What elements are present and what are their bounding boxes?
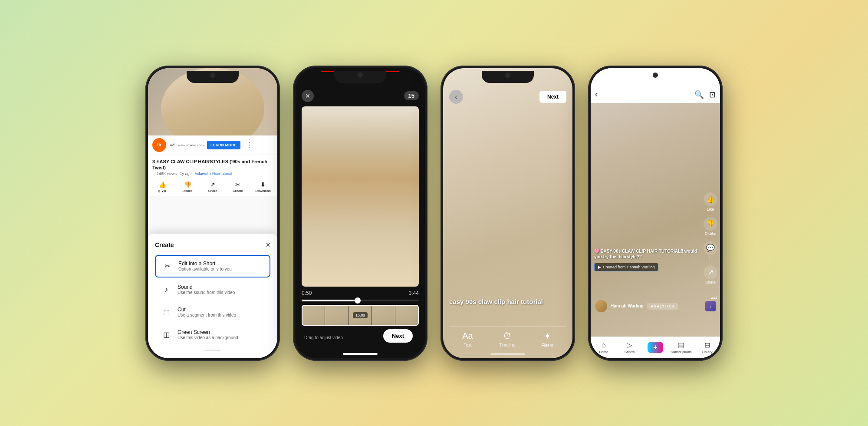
feed-back-arrow-icon[interactable]: ‹ (595, 90, 598, 99)
dislike-button[interactable]: 👎 Dislike (175, 181, 200, 193)
share-icon: ↗ (210, 181, 215, 188)
tiktok-feed: ‹ 🔍 ⊡ 👍 Like (591, 68, 720, 358)
feed-like-icon: 👍 (704, 192, 717, 206)
dislike-icon: 👎 (184, 181, 191, 188)
editor-close-button[interactable]: ✕ (302, 90, 314, 102)
modal-close-button[interactable]: × (266, 241, 270, 250)
tiktok-tool-filters[interactable]: ✦ Filters (542, 331, 553, 348)
yt-video-thumbnail (148, 68, 277, 135)
analytics-badge[interactable]: ANALYTICS (647, 303, 678, 310)
tiktok-back-button[interactable]: ‹ (449, 90, 463, 104)
yt-ad-bar: Ib Ad · www.stokke.com LEARN MORE ⋮ (148, 135, 277, 155)
timeline-tool-icon: ⏱ (503, 331, 512, 341)
feed-comment-action[interactable]: 💬 0 (704, 241, 717, 260)
text-tool-icon: Aa (462, 331, 473, 341)
phone1-screen: Ib Ad · www.stokke.com LEARN MORE ⋮ 3 EA… (148, 68, 277, 358)
sound-text: Sound Use the sound from this video (178, 284, 235, 295)
share-button[interactable]: ↗ Share (200, 181, 225, 193)
tiktok-tool-text[interactable]: Aa Text (462, 331, 473, 348)
greenscreen-title: Green Screen (178, 329, 238, 335)
feed-like-action[interactable]: 👍 Like (704, 192, 717, 211)
short-icon: ✂ (161, 260, 173, 272)
short-title: Edit into a Short (178, 261, 232, 267)
nav-shorts[interactable]: ▷ Shorts (617, 341, 643, 354)
camera-icon[interactable]: ⊡ (709, 90, 716, 99)
search-icon[interactable]: 🔍 (694, 90, 704, 99)
feed-comment-count: 0 (709, 256, 711, 260)
filmstrip-frame-5 (395, 305, 419, 326)
short-editor: ✕ 15 0:50 3:44 (296, 68, 425, 358)
yt-action-bar: 👍 3.7K 👎 Dislike ↗ Share ✂ Create ⬇ (148, 178, 277, 196)
video-hashtags[interactable]: #clawclip #hairtutorial (195, 172, 232, 176)
text-tool-label: Text (464, 343, 471, 347)
video-preview-image (302, 106, 419, 287)
video-title: 3 EASY CLAW CLIP HAIRSTYLES ('90s and Fr… (152, 159, 273, 171)
progress-thumb[interactable] (355, 297, 361, 304)
modal-drag-handle (205, 350, 220, 351)
editor-bottom-bar: Drag to adjust video Next (296, 329, 425, 351)
download-button[interactable]: ⬇ Download (250, 181, 276, 193)
nav-subscriptions[interactable]: ▤ Subscriptions (668, 341, 694, 354)
create-button[interactable]: ✂ Create (225, 181, 250, 193)
learn-more-button[interactable]: LEARN MORE (207, 141, 240, 149)
tiktok-tool-timeline[interactable]: ⏱ Timeline (499, 331, 515, 348)
filmstrip-frame-4 (372, 305, 395, 326)
like-count: 3.7K (158, 189, 166, 193)
create-menu-item-short[interactable]: ✂ Edit into a Short Option available onl… (155, 255, 270, 277)
library-nav-label: Library (702, 350, 712, 354)
play-icon: ▶ (598, 265, 601, 269)
subscriptions-nav-label: Subscriptions (671, 350, 692, 354)
tiktok-video-caption: easy 90s claw clip hair tutorial (449, 297, 543, 306)
short-subtitle: Option available only to you (178, 267, 232, 271)
shorts-nav-label: Shorts (625, 350, 635, 354)
phone3-screen: ‹ Next easy 90s claw clip hair tutorial … (443, 68, 572, 358)
feed-comment-icon: 💬 (704, 241, 717, 255)
source-badge[interactable]: ▶ Created from Hannah Warling (594, 263, 658, 271)
thumbnail-image (161, 68, 264, 135)
phone3-camera (505, 73, 510, 78)
create-menu-item-cut[interactable]: ⬚ Cut Use a segment from this video (155, 302, 270, 323)
video-stats: 146K views · 1y ago · #clawclip #hairtut… (152, 171, 273, 177)
filmstrip[interactable]: 15.0s (302, 305, 419, 326)
feed-dislike-action[interactable]: 👎 Dislike (704, 217, 717, 236)
nav-create[interactable]: + (642, 342, 668, 353)
sound-subtitle: Use the sound from this video (178, 290, 235, 295)
feed-share-icon: ↗ (704, 265, 717, 279)
create-label: Create (233, 189, 243, 193)
feed-video-image (591, 68, 720, 337)
sound-icon: ♪ (160, 284, 172, 296)
progress-fill (302, 300, 355, 301)
red-progress-bar (321, 71, 399, 72)
creator-name-text[interactable]: Hannah Warling (611, 304, 644, 308)
filters-tool-icon: ✦ (544, 331, 551, 341)
nav-library[interactable]: ⊟ Library (694, 341, 720, 354)
tiktok-next-button[interactable]: Next (539, 91, 566, 103)
progress-track[interactable] (302, 300, 419, 301)
greenscreen-icon: ◫ (160, 329, 172, 341)
tiktok-tools-bar: Aa Text ⏱ Timeline ✦ Filters (443, 327, 572, 351)
greenscreen-text: Green Screen Use this video as a backgro… (178, 329, 238, 340)
create-menu-item-greenscreen[interactable]: ◫ Green Screen Use this video as a backg… (155, 324, 270, 345)
tiktok-bottom-nav: ⌂ Home ▷ Shorts + ▤ Subscriptions (591, 337, 720, 358)
like-button[interactable]: 👍 3.7K (150, 181, 175, 193)
feed-share-action[interactable]: ↗ Share (704, 265, 717, 284)
phone4-wrapper: ‹ 🔍 ⊡ 👍 Like (588, 26, 723, 400)
filmstrip-frame-1 (302, 305, 325, 326)
creator-thumbnail (705, 301, 716, 311)
phone2-home-indicator (343, 353, 378, 355)
time-current: 0:50 (302, 290, 312, 296)
shorts-nav-icon: ▷ (627, 341, 632, 349)
editor-next-button[interactable]: Next (383, 329, 413, 343)
create-menu-item-sound[interactable]: ♪ Sound Use the sound from this video (155, 279, 270, 300)
phone2-wrapper: ✕ 15 0:50 3:44 (293, 26, 427, 400)
create-nav-icon: + (648, 342, 663, 353)
phone1-camera (210, 73, 215, 78)
nav-home[interactable]: ⌂ Home (591, 341, 617, 354)
home-nav-icon: ⌂ (602, 341, 606, 349)
feed-caption: 🩷 EASY 90s CLAW CLIP HAIR TUTORIAL‼️ wou… (594, 248, 699, 260)
ad-logo: Ib (152, 138, 166, 152)
greenscreen-subtitle: Use this video as a background (178, 335, 238, 340)
ad-more-icon[interactable]: ⋮ (244, 141, 254, 149)
cut-subtitle: Use a segment from this video (178, 313, 236, 317)
creator-bar: Hannah Warling ANALYTICS (591, 297, 720, 315)
